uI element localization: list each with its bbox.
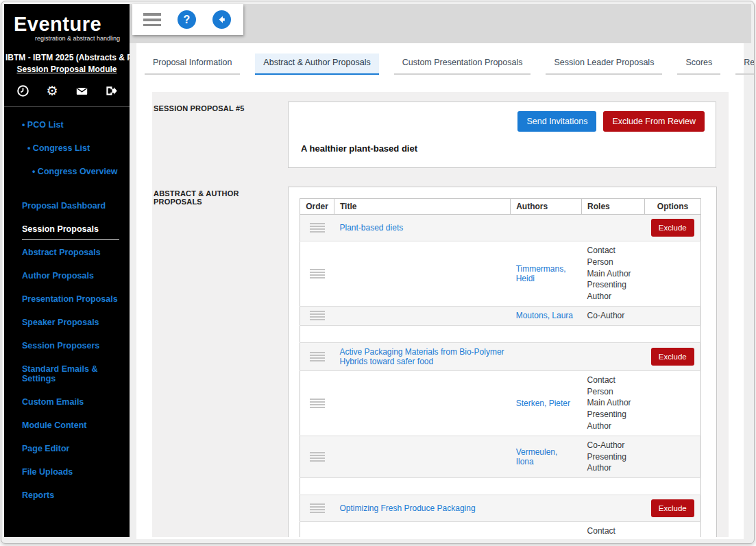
proposals-table-head: OrderTitleAuthorsRolesOptions: [300, 199, 701, 215]
options-cell: Exclude: [644, 495, 700, 522]
drag-handle-icon[interactable]: [310, 399, 325, 408]
content-panel: Proposal InformationAbstract & Author Pr…: [136, 43, 744, 539]
send-invitations-button[interactable]: Send Invitations: [517, 111, 596, 132]
tab-abstract-author-proposals[interactable]: Abstract & Author Proposals: [255, 54, 378, 75]
author-name-cell: Timmermans, Heidi: [511, 241, 582, 307]
abstract-row: Optimizing Fresh Produce PackagingExclud…: [300, 495, 701, 522]
sidebar-item-congress-list[interactable]: • Congress List: [4, 136, 130, 160]
author-link[interactable]: Timmermans, Heidi: [516, 264, 566, 283]
abstract-title-link[interactable]: Plant-based diets: [339, 223, 403, 233]
sidebar-item-page-editor[interactable]: Page Editor: [4, 437, 130, 460]
module-content-area: SESSION PROPOSAL #5 Send Invitations Exc…: [152, 92, 729, 537]
abstract-proposals-box: OrderTitleAuthorsRolesOptions Plant-base…: [288, 187, 717, 537]
group-spacer-row: [300, 478, 701, 495]
drag-handle-icon[interactable]: [310, 311, 325, 320]
sidebar-item-author-proposals[interactable]: Author Proposals: [4, 264, 130, 287]
brand-tagline: registration & abstract handling: [14, 35, 120, 42]
order-cell: [300, 306, 334, 325]
column-header-order: Order: [300, 199, 334, 215]
brand-logo: Eventure registration & abstract handlin…: [4, 4, 130, 47]
author-link[interactable]: Moutons, Laura: [516, 311, 573, 320]
sidebar-item-custom-emails[interactable]: Custom Emails: [4, 390, 130, 414]
tab-scores[interactable]: Scores: [677, 54, 720, 75]
sidebar-item-session-proposers[interactable]: Session Proposers: [4, 334, 130, 357]
mail-icon[interactable]: [75, 84, 88, 97]
clock-icon[interactable]: [16, 84, 29, 97]
header-row: OrderTitleAuthorsRolesOptions: [300, 199, 701, 215]
author-row: Timmermans, HeidiContact Person Main Aut…: [300, 241, 701, 307]
sidebar-item-standard-emails-settings[interactable]: Standard Emails & Settings: [4, 357, 130, 390]
congress-title: IBTM - IBTM 2025 (Abstracts & Par...: [4, 53, 130, 62]
column-header-title: Title: [334, 199, 510, 215]
drag-handle-icon[interactable]: [310, 452, 325, 462]
order-cell: [300, 436, 334, 477]
back-icon[interactable]: [212, 10, 231, 29]
sidebar-item-pco-list[interactable]: • PCO List: [4, 113, 130, 136]
order-cell: [300, 522, 334, 537]
title-cell: Active Packaging Materials from Bio-Poly…: [334, 342, 510, 370]
abstract-row: Active Packaging Materials from Bio-Poly…: [300, 342, 701, 370]
sidebar-item-proposal-dashboard[interactable]: Proposal Dashboard: [4, 194, 130, 217]
order-cell: [300, 342, 334, 370]
roles-cell: Contact Person Main Author Presenting Au…: [582, 522, 645, 537]
exclude-abstract-button[interactable]: Exclude: [651, 348, 694, 366]
session-proposal-label: SESSION PROPOSAL #5: [154, 102, 288, 112]
abstract-proposals-label: ABSTRACT & AUTHOR PROPOSALS: [154, 187, 288, 206]
menu-icon[interactable]: [143, 13, 161, 26]
sidebar-item-speaker-proposals[interactable]: Speaker Proposals: [4, 311, 130, 334]
tab-custom-presentation-proposals[interactable]: Custom Presentation Proposals: [394, 54, 531, 75]
tab-session-leader-proposals[interactable]: Session Leader Proposals: [546, 54, 662, 75]
proposals-table-body: Plant-based dietsExcludeTimmermans, Heid…: [300, 215, 701, 538]
author-link[interactable]: Vermeulen, Ilona: [516, 447, 558, 466]
sidebar: Eventure registration & abstract handlin…: [4, 4, 130, 537]
abstract-title-link[interactable]: Optimizing Fresh Produce Packaging: [339, 503, 475, 513]
drag-handle-icon[interactable]: [310, 352, 325, 361]
options-cell: Exclude: [644, 215, 700, 241]
exclude-abstract-button[interactable]: Exclude: [651, 499, 694, 517]
tab-reviewers[interactable]: Reviewers: [735, 54, 755, 75]
exclude-abstract-button[interactable]: Exclude: [651, 219, 694, 237]
column-header-roles: Roles: [582, 199, 645, 215]
sidebar-item-presentation-proposals[interactable]: Presentation Proposals: [4, 287, 130, 311]
abstract-title-link[interactable]: Active Packaging Materials from Bio-Poly…: [339, 347, 504, 366]
author-row: Vermeulen, IlonaCo-Author Presenting Aut…: [300, 436, 701, 477]
sidebar-item-abstract-proposals[interactable]: Abstract Proposals: [4, 241, 130, 264]
session-proposal-module-link[interactable]: Session Proposal Module: [4, 64, 130, 74]
session-proposal-section: SESSION PROPOSAL #5 Send Invitations Exc…: [154, 102, 716, 168]
drag-handle-icon[interactable]: [310, 269, 325, 278]
abstract-proposals-section: ABSTRACT & AUTHOR PROPOSALS OrderTitleAu…: [154, 187, 716, 537]
help-icon[interactable]: ?: [178, 10, 196, 29]
title-cell: Plant-based diets: [334, 215, 510, 241]
author-row: Sterken, PieterContact Person Main Autho…: [300, 370, 701, 436]
roles-cell: Co-Author Presenting Author: [582, 436, 645, 477]
top-toolbar: ?: [132, 4, 243, 35]
author-name-cell: Vermeulen, Ilona: [511, 436, 582, 477]
drag-handle-icon[interactable]: [310, 503, 325, 513]
sidebar-item-module-content[interactable]: Module Content: [4, 414, 130, 437]
session-proposal-box: Send Invitations Exclude From Review A h…: [288, 102, 716, 168]
sidebar-item-file-uploads[interactable]: File Uploads: [4, 460, 130, 484]
title-cell: Optimizing Fresh Produce Packaging: [334, 495, 510, 522]
sidebar-item-congress-overview[interactable]: • Congress Overview: [4, 160, 130, 183]
sign-out-icon[interactable]: [105, 84, 118, 97]
author-name-cell: de Bruin, Wim: [511, 522, 582, 537]
proposals-table: OrderTitleAuthorsRolesOptions Plant-base…: [300, 198, 701, 537]
sidebar-item-session-proposals[interactable]: Session Proposals: [4, 217, 130, 241]
exclude-from-review-button[interactable]: Exclude From Review: [603, 111, 705, 132]
sidebar-item-reports[interactable]: Reports: [4, 484, 130, 507]
tab-proposal-information[interactable]: Proposal Information: [145, 54, 240, 75]
drag-handle-icon[interactable]: [310, 223, 325, 233]
author-link[interactable]: Sterken, Pieter: [516, 399, 570, 408]
order-cell: [300, 370, 334, 436]
sidebar-nav: • PCO List• Congress List• Congress Over…: [4, 107, 130, 507]
author-name-cell: Moutons, Laura: [511, 306, 582, 325]
brand-name: Eventure: [14, 14, 120, 34]
column-header-authors: Authors: [511, 199, 582, 215]
session-proposal-actions: Send Invitations Exclude From Review: [300, 111, 705, 132]
gear-icon[interactable]: ⚙: [46, 84, 59, 97]
column-header-options: Options: [644, 199, 700, 215]
order-cell: [300, 495, 334, 522]
sidebar-quick-icons: ⚙: [4, 74, 130, 106]
author-row: Moutons, LauraCo-Author: [300, 306, 701, 325]
author-row: de Bruin, WimContact Person Main Author …: [300, 522, 701, 537]
